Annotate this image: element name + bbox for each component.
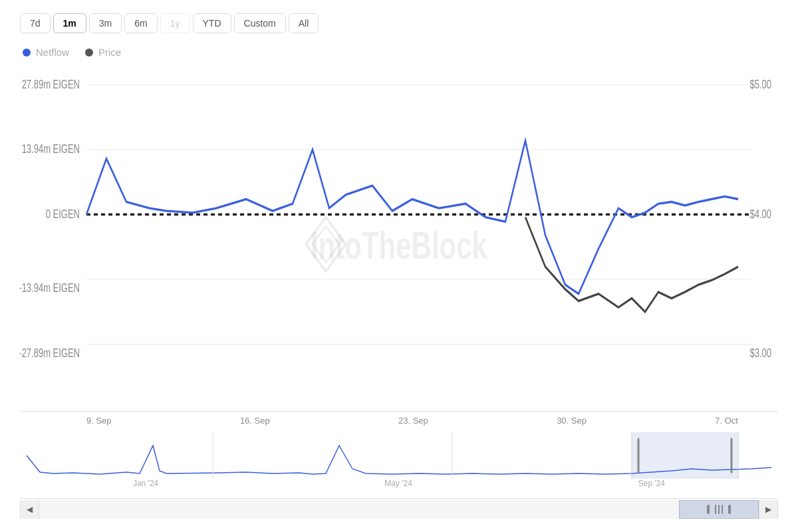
svg-text:13.94m EIGEN: 13.94m EIGEN (22, 142, 80, 155)
chart-legend: Netflow Price (20, 47, 778, 58)
main-chart: 27.89m EIGEN 13.94m EIGEN 0 EIGEN -13.94… (20, 68, 778, 412)
btn-ytd[interactable]: YTD (193, 13, 231, 33)
btn-1y: 1y (160, 13, 190, 33)
main-container: 7d 1m 3m 6m 1y YTD Custom All Netflow Pr… (0, 0, 798, 532)
thumb-line-3 (722, 505, 723, 514)
scroll-right-button[interactable]: ▶ (759, 500, 777, 519)
x-label-0: 9. Sep (86, 416, 112, 426)
x-label-4: 7. Oct (715, 416, 738, 426)
btn-1m[interactable]: 1m (53, 13, 86, 33)
thumb-right-handle (728, 505, 731, 514)
mini-x-label-2: Sep '24 (638, 479, 665, 488)
chart-svg: 27.89m EIGEN 13.94m EIGEN 0 EIGEN -13.94… (20, 68, 778, 411)
x-label-2: 23. Sep (398, 416, 428, 426)
price-label: Price (98, 47, 121, 58)
mini-chart-svg (20, 432, 778, 479)
chart-wrapper: 27.89m EIGEN 13.94m EIGEN 0 EIGEN -13.94… (20, 68, 778, 519)
price-dot (85, 49, 93, 57)
mini-chart: Jan '24 May '24 Sep '24 (20, 432, 778, 499)
scroll-left-button[interactable]: ◀ (21, 500, 39, 519)
thumb-center (715, 505, 723, 514)
netflow-line (86, 140, 738, 293)
mini-x-label-1: May '24 (384, 479, 412, 488)
svg-text:27.89m EIGEN: 27.89m EIGEN (22, 78, 80, 90)
x-axis: 9. Sep 16. Sep 23. Sep 30. Sep 7. Oct (20, 412, 778, 430)
btn-all[interactable]: All (289, 13, 319, 33)
netflow-label: Netflow (36, 47, 69, 58)
btn-6m[interactable]: 6m (124, 13, 157, 33)
svg-text:$5.00: $5.00 (749, 78, 771, 90)
scroll-thumb[interactable] (679, 500, 759, 519)
legend-netflow: Netflow (23, 47, 69, 58)
time-range-selector: 7d 1m 3m 6m 1y YTD Custom All (20, 13, 778, 33)
svg-rect-18 (632, 432, 738, 479)
svg-text:-27.89m EIGEN: -27.89m EIGEN (20, 346, 80, 359)
btn-3m[interactable]: 3m (89, 13, 122, 33)
thumb-line-1 (715, 505, 716, 514)
mini-x-label-0: Jan '24 (133, 479, 158, 488)
x-label-1: 16. Sep (240, 416, 270, 426)
svg-text:$3.00: $3.00 (749, 346, 771, 359)
thumb-line-2 (718, 505, 720, 514)
scroll-track[interactable] (39, 500, 759, 519)
svg-text:-13.94m EIGEN: -13.94m EIGEN (20, 281, 80, 294)
btn-custom[interactable]: Custom (234, 13, 286, 33)
thumb-left-handle (707, 505, 710, 514)
btn-7d[interactable]: 7d (20, 13, 51, 33)
scrollbar[interactable]: ◀ ▶ (20, 500, 778, 519)
netflow-dot (23, 49, 31, 57)
legend-price: Price (85, 47, 121, 58)
svg-text:0 EIGEN: 0 EIGEN (46, 207, 80, 220)
x-label-3: 30. Sep (557, 416, 587, 426)
svg-text:$4.00: $4.00 (749, 207, 771, 220)
